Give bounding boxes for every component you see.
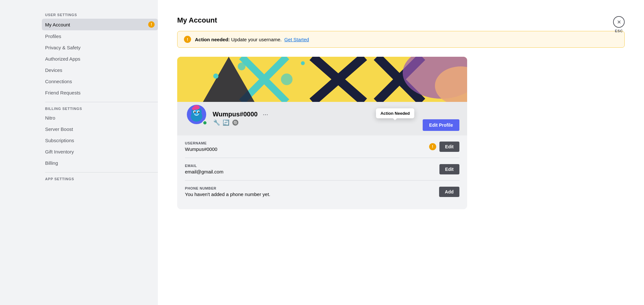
sidebar-item-label: Nitro (45, 115, 55, 121)
sidebar-item-devices[interactable]: Devices (42, 65, 158, 75)
alert-message: Update your username. (231, 37, 282, 42)
sidebar-item-nitro[interactable]: Nitro (42, 113, 158, 123)
svg-point-22 (192, 107, 196, 110)
sidebar: USER SETTINGS My Account ! Profiles Priv… (0, 0, 158, 305)
main-content: My Account ! Action needed: Update your … (158, 0, 644, 305)
sidebar-item-label: My Account (45, 22, 70, 27)
sidebar-item-profiles[interactable]: Profiles (42, 31, 158, 42)
username-value: Wumpus#0000 (185, 146, 217, 152)
sidebar-item-label: Profiles (45, 34, 61, 39)
phone-add-button[interactable]: Add (439, 187, 459, 197)
sidebar-item-my-account[interactable]: My Account ! (42, 19, 158, 30)
sidebar-item-label: Friend Requests (45, 90, 81, 95)
email-edit-button[interactable]: Edit (439, 164, 459, 174)
billing-settings-label: BILLING SETTINGS (42, 107, 158, 111)
badge-tools-icon: 🔧 (213, 119, 220, 126)
username-row: USERNAME Wumpus#0000 ! Edit (185, 135, 459, 158)
username-edit-button[interactable]: Edit (439, 142, 459, 152)
sidebar-item-privacy-safety[interactable]: Privacy & Safety (42, 42, 158, 53)
sidebar-item-label: Connections (45, 79, 72, 84)
page-title: My Account (177, 16, 625, 25)
sidebar-divider-billing (45, 102, 158, 102)
email-row: EMAIL email@gmail.com Edit (185, 158, 459, 181)
sidebar-item-label: Billing (45, 160, 58, 166)
badge-special-icon: 🔘 (232, 119, 239, 126)
profile-badges: 🔧 🔄 🔘 (213, 119, 269, 126)
alert-banner: ! Action needed: Update your username. G… (177, 31, 625, 48)
avatar-wrapper (185, 103, 208, 126)
sidebar-item-friend-requests[interactable]: Friend Requests (42, 87, 158, 98)
sidebar-item-label: Gift Inventory (45, 149, 74, 154)
email-field: EMAIL email@gmail.com (185, 164, 223, 174)
username-field: USERNAME Wumpus#0000 (185, 141, 217, 152)
sidebar-item-authorized-apps[interactable]: Authorized Apps (42, 54, 158, 64)
avatar-status-indicator (202, 120, 207, 125)
close-button[interactable]: ✕ (613, 16, 625, 28)
sidebar-item-connections[interactable]: Connections (42, 76, 158, 87)
sidebar-item-label: Server Boost (45, 126, 73, 132)
alert-text: Action needed: Update your username. Get… (195, 37, 309, 42)
profile-header-row: Wumpus#0000 ··· 🔧 🔄 🔘 Action Needed Edit… (177, 102, 467, 135)
close-button-wrapper[interactable]: ✕ ESC (613, 16, 625, 33)
phone-row: PHONE NUMBER You haven't added a phone n… (185, 181, 459, 203)
svg-point-2 (281, 74, 293, 85)
sidebar-item-server-boost[interactable]: Server Boost (42, 124, 158, 134)
badge-boost-icon: 🔄 (223, 119, 229, 126)
username-warning-icon: ! (429, 143, 436, 150)
alert-icon: ! (184, 36, 191, 43)
alert-bold-text: Action needed: (195, 37, 230, 42)
sidebar-item-label: Privacy & Safety (45, 45, 81, 50)
user-settings-label: USER SETTINGS (42, 13, 158, 17)
email-value: email@gmail.com (185, 169, 223, 174)
account-info: USERNAME Wumpus#0000 ! Edit EMAIL email@… (177, 135, 467, 209)
profile-name-area: Wumpus#0000 ··· 🔧 🔄 🔘 (213, 111, 269, 126)
phone-value: You haven't added a phone number yet. (185, 192, 270, 197)
profile-more-button[interactable]: ··· (262, 111, 270, 118)
email-actions: Edit (439, 164, 459, 174)
phone-label: PHONE NUMBER (185, 186, 270, 190)
profile-card: Wumpus#0000 ··· 🔧 🔄 🔘 Action Needed Edit… (177, 57, 467, 209)
sidebar-item-label: Devices (45, 67, 62, 73)
email-label: EMAIL (185, 164, 223, 168)
svg-point-20 (198, 112, 200, 113)
sidebar-item-billing[interactable]: Billing (42, 158, 158, 168)
banner-art (177, 57, 467, 102)
username-actions: ! Edit (429, 142, 459, 152)
app-settings-label: APP SETTINGS (42, 177, 158, 181)
phone-field: PHONE NUMBER You haven't added a phone n… (185, 186, 270, 197)
edit-profile-button[interactable]: Edit Profile (423, 119, 459, 131)
svg-point-19 (194, 112, 196, 113)
svg-point-12 (213, 74, 218, 79)
edit-profile-area: Action Needed Edit Profile (423, 106, 459, 131)
sidebar-item-subscriptions[interactable]: Subscriptions (42, 135, 158, 146)
account-badge-icon: ! (148, 21, 155, 28)
phone-actions: Add (439, 187, 459, 197)
action-needed-tooltip: Action Needed (376, 108, 414, 118)
svg-point-13 (301, 61, 305, 65)
profile-banner (177, 57, 467, 102)
sidebar-divider-app (45, 172, 158, 172)
alert-get-started-link[interactable]: Get Started (284, 37, 309, 42)
sidebar-item-gift-inventory[interactable]: Gift Inventory (42, 146, 158, 157)
close-label: ESC (615, 29, 623, 33)
sidebar-item-label: Subscriptions (45, 138, 74, 143)
profile-username: Wumpus#0000 (213, 111, 258, 118)
sidebar-item-label: Authorized Apps (45, 56, 80, 62)
username-label: USERNAME (185, 141, 217, 145)
